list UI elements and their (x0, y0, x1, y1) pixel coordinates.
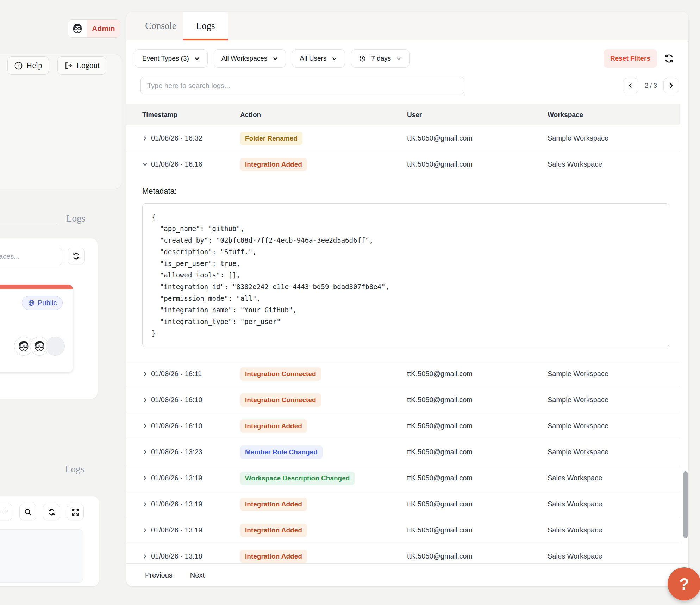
vertical-scrollbar[interactable] (683, 471, 688, 538)
left-logs-tab-2[interactable]: Logs (65, 464, 84, 475)
chevron-right-icon (142, 528, 148, 533)
page-previous-button[interactable] (623, 78, 638, 93)
user-cell: ttK.5050@gmail.com (407, 526, 548, 534)
previous-button[interactable]: Previous (145, 571, 173, 579)
left-logs-tab-1[interactable]: Logs (66, 213, 85, 224)
workspaces-card: Public (0, 238, 98, 399)
column-header: Workspace (548, 111, 680, 119)
action-badge: Integration Added (240, 419, 307, 433)
app-root: Admin ? Help Logout Logs (0, 0, 700, 605)
timestamp-cell: 01/08/26 · 16:16 (151, 160, 202, 168)
help-logout-panel: ? Help Logout (0, 54, 121, 189)
chevron-left-icon (627, 82, 634, 89)
users-filter-label: All Users (300, 55, 326, 62)
workspace-cell: Sample Workspace (548, 422, 680, 430)
member-avatars (14, 337, 65, 356)
timestamp-cell: 01/08/26 · 13:19 (151, 474, 202, 482)
member-avatar-empty (46, 337, 65, 356)
date-range-label: 7 days (371, 55, 391, 62)
timestamp-cell: 01/08/26 · 16:11 (151, 370, 202, 378)
svg-text:?: ? (17, 63, 19, 68)
workspace-search-input[interactable] (0, 248, 62, 265)
chevron-right-icon (668, 82, 674, 89)
page-indicator: 2 / 3 (645, 82, 657, 89)
log-row[interactable]: 01/08/26 · 16:16Integration AddedttK.505… (126, 151, 680, 177)
plus-icon (0, 508, 8, 516)
tab-logs[interactable]: Logs (183, 12, 228, 40)
tab-console[interactable]: Console (138, 12, 183, 40)
refresh-icon (48, 508, 56, 516)
action-badge: Integration Connected (240, 393, 321, 407)
refresh-logs-button[interactable] (663, 53, 675, 64)
chevron-down-icon (396, 56, 402, 62)
action-badge: Integration Added (240, 498, 307, 511)
action-badge: Folder Renamed (240, 132, 302, 145)
workspace-refresh-button[interactable] (68, 248, 85, 264)
logout-button[interactable]: Logout (57, 56, 106, 75)
timestamp-cell: 01/08/26 · 13:23 (151, 448, 202, 456)
action-badge: Member Role Changed (240, 445, 323, 459)
action-badge: Integration Added (240, 550, 307, 563)
timestamp-cell: 01/08/26 · 16:10 (151, 422, 202, 430)
timestamp-cell: 01/08/26 · 16:10 (151, 396, 202, 404)
log-row[interactable]: 01/08/26 · 16:11Integration ConnectedttK… (126, 361, 680, 387)
workspaces-filter[interactable]: All Workspaces (214, 49, 286, 68)
timestamp-cell: 01/08/26 · 13:19 (151, 526, 202, 534)
reset-filters-button[interactable]: Reset Filters (604, 49, 657, 68)
column-header: Action (240, 111, 407, 119)
chevron-right-icon (142, 423, 148, 429)
user-cell: ttK.5050@gmail.com (407, 500, 548, 508)
add-button[interactable] (0, 504, 12, 520)
help-fab-button[interactable]: ? (668, 567, 700, 600)
workspace-cell: Sales Workspace (548, 552, 680, 560)
log-row[interactable]: 01/08/26 · 16:10Integration ConnectedttK… (126, 387, 680, 413)
event-types-filter[interactable]: Event Types (3) (135, 49, 208, 68)
workspace-cell: Sales Workspace (548, 526, 680, 534)
public-badge-label: Public (38, 299, 57, 307)
admin-avatar (68, 20, 87, 37)
log-search-input[interactable] (140, 77, 464, 94)
logout-icon (64, 61, 73, 70)
action-badge: Integration Added (240, 524, 307, 537)
log-row[interactable]: 01/08/26 · 13:19Workspace Description Ch… (126, 465, 680, 491)
log-row[interactable]: 01/08/26 · 13:19Integration AddedttK.505… (126, 491, 680, 517)
log-row[interactable]: 01/08/26 · 16:10Integration AddedttK.505… (126, 413, 680, 439)
next-button[interactable]: Next (190, 571, 205, 579)
column-header: User (407, 111, 548, 119)
user-cell: ttK.5050@gmail.com (407, 552, 548, 560)
log-row[interactable]: 01/08/26 · 16:32Folder RenamedttK.5050@g… (126, 125, 680, 151)
chevron-down-icon (331, 56, 337, 62)
action-badge: Integration Connected (240, 367, 321, 381)
date-range-filter[interactable]: 7 days (351, 49, 410, 68)
chevron-right-icon (142, 371, 148, 377)
chevron-right-icon (142, 397, 148, 403)
fullscreen-button[interactable] (67, 504, 84, 520)
user-cell: ttK.5050@gmail.com (407, 160, 548, 168)
workspace-cell: Sample Workspace (548, 370, 680, 378)
canvas-placeholder (0, 529, 83, 583)
chevron-right-icon (142, 136, 148, 141)
help-button[interactable]: ? Help (7, 56, 49, 75)
canvas-refresh-button[interactable] (43, 504, 60, 520)
workspace-cell: Sales Workspace (548, 160, 680, 168)
chevron-right-icon (142, 554, 148, 559)
user-cell: ttK.5050@gmail.com (407, 448, 548, 456)
admin-label: Admin (87, 20, 120, 37)
log-row[interactable]: 01/08/26 · 13:23Member Role ChangedttK.5… (126, 439, 680, 465)
metadata-section: Metadata:{ "app_name": "github", "create… (126, 177, 680, 361)
refresh-icon (664, 53, 674, 64)
user-cell: ttK.5050@gmail.com (407, 134, 548, 142)
refresh-icon (72, 252, 80, 260)
page-next-button[interactable] (663, 78, 679, 93)
log-table-header: TimestampActionUserWorkspace (126, 104, 680, 125)
users-filter[interactable]: All Users (292, 49, 345, 68)
user-cell: ttK.5050@gmail.com (407, 370, 548, 378)
log-row[interactable]: 01/08/26 · 13:19Integration AddedttK.505… (126, 517, 680, 543)
workspace-cell: Sales Workspace (548, 500, 680, 508)
help-label: Help (26, 61, 42, 70)
zoom-search-button[interactable] (19, 504, 36, 520)
admin-badge: Admin (68, 19, 120, 38)
workspace-tile[interactable]: Public (0, 285, 73, 372)
chevron-down-icon (142, 162, 148, 167)
expand-icon (71, 508, 80, 516)
